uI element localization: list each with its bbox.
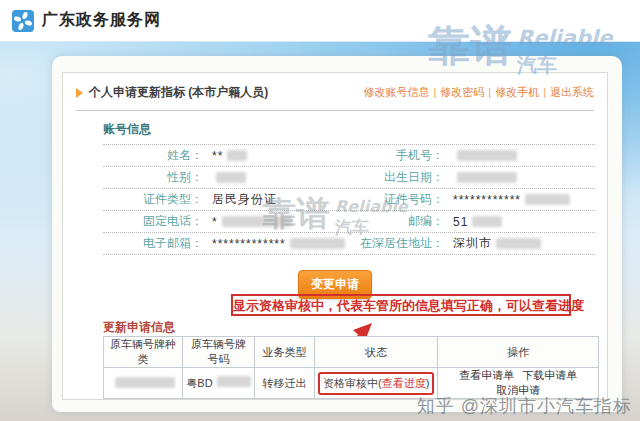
field-label-zipcode: 邮编： [349, 213, 444, 230]
redacted-blob [222, 216, 292, 227]
cell-operations: 查看申请单下载申请单取消申请 [438, 368, 599, 399]
form-row: 电子邮箱： ************* 在深居住地址： 深圳市 [103, 233, 595, 255]
annotation-text: 显示资格审核中，代表车管所的信息填写正确，可以查看进度 [233, 298, 584, 313]
field-label-address: 在深居住地址： [349, 235, 444, 252]
account-form: 姓名： ** 手机号： 性别： 出生日期： 证件类型： 居民身份证 证件号码： [103, 144, 595, 255]
plate-number-text: 粤BD [186, 377, 212, 389]
form-row: 固定电话： * 邮编： 51 [103, 211, 595, 233]
link-edit-account-info[interactable]: 修改账号信息 [363, 86, 429, 98]
redacted-blob [115, 377, 175, 388]
account-info-section: 账号信息 姓名： ** 手机号： 性别： 出生日期： 证件类型： [103, 121, 595, 255]
link-separator: | [433, 86, 436, 98]
redacted-blob [290, 238, 345, 249]
business-type-text: 转移迁出 [263, 377, 307, 389]
field-value-email: ************* [212, 237, 286, 251]
link-edit-phone[interactable]: 修改手机 [495, 86, 539, 98]
status-highlight-box: 资格审核中(查看进度) [318, 372, 434, 395]
field-value-id-type: 居民身份证 [212, 191, 277, 208]
field-value-zipcode: 51 [453, 215, 468, 229]
content-box: 个人申请更新指标 (本市户籍人员) 修改账号信息|修改密码|修改手机|退出系统 … [62, 72, 608, 400]
link-separator: | [488, 86, 491, 98]
column-header-status: 状态 [315, 337, 438, 368]
status-text: 资格审核中( [323, 377, 382, 389]
redacted-blob [525, 194, 570, 205]
column-header-plate-type: 原车辆号牌种类 [104, 337, 183, 368]
account-links: 修改账号信息|修改密码|修改手机|退出系统 [363, 85, 594, 100]
column-header-business-type: 业务类型 [255, 337, 315, 368]
cell-plate-type [104, 368, 183, 399]
field-value-landline: * [212, 215, 218, 229]
page-title: 个人申请更新指标 (本市户籍人员) [89, 84, 268, 101]
app-header: 广东政务服务网 [0, 0, 640, 42]
site-logo-icon [12, 10, 34, 32]
table-header-row: 原车辆号牌种类 原车辆号牌号码 业务类型 状态 操作 [104, 337, 599, 368]
redacted-blob [472, 216, 502, 227]
title-divider [76, 110, 594, 111]
column-header-operations: 操作 [438, 337, 599, 368]
form-row: 性别： 出生日期： [103, 167, 595, 189]
redacted-blob [217, 376, 251, 387]
redacted-blob [227, 150, 247, 161]
cell-status: 资格审核中(查看进度) [315, 368, 438, 399]
download-application-link[interactable]: 下载申请单 [522, 369, 577, 381]
annotation-box: 显示资格审核中，代表车管所的信息填写正确，可以查看进度 [231, 294, 571, 316]
link-edit-password[interactable]: 修改密码 [440, 86, 484, 98]
account-section-title: 账号信息 [103, 121, 595, 138]
field-value-id-number: ************ [453, 193, 521, 207]
field-label-name: 姓名： [103, 147, 203, 164]
update-section-title: 更新申请信息 [103, 319, 175, 336]
cell-plate-number: 粤BD [183, 368, 255, 399]
column-header-plate-number: 原车辆号牌号码 [183, 337, 255, 368]
panel-title-row: 个人申请更新指标 (本市户籍人员) 修改账号信息|修改密码|修改手机|退出系统 [63, 73, 607, 110]
site-title: 广东政务服务网 [42, 10, 161, 31]
redacted-blob [457, 150, 517, 161]
field-label-id-type: 证件类型： [103, 191, 203, 208]
redacted-blob [496, 238, 541, 249]
table-row: 粤BD 转移迁出 资格审核中(查看进度) 查看申请单下载申请单取消申请 [104, 368, 599, 399]
view-progress-link[interactable]: 查看进度 [382, 377, 426, 389]
view-application-link[interactable]: 查看申请单 [459, 369, 514, 381]
link-logout[interactable]: 退出系统 [550, 86, 594, 98]
cancel-application-link[interactable]: 取消申请 [496, 384, 540, 396]
field-label-mobile: 手机号： [349, 147, 444, 164]
field-label-id-number: 证件号码： [349, 191, 444, 208]
field-value-address: 深圳市 [453, 235, 492, 252]
applications-table: 原车辆号牌种类 原车辆号牌号码 业务类型 状态 操作 粤BD 转移迁出 资格审核… [103, 336, 599, 399]
cell-business-type: 转移迁出 [255, 368, 315, 399]
status-text-close: ) [426, 377, 430, 389]
field-label-gender: 性别： [103, 169, 203, 186]
link-separator: | [543, 86, 546, 98]
content-panel: 个人申请更新指标 (本市户籍人员) 修改账号信息|修改密码|修改手机|退出系统 … [52, 56, 622, 412]
field-label-landline: 固定电话： [103, 213, 203, 230]
field-label-email: 电子邮箱： [103, 235, 203, 252]
redacted-blob [457, 172, 517, 183]
form-row: 证件类型： 居民身份证 证件号码： ************ [103, 189, 595, 211]
orange-arrow-icon [76, 88, 83, 98]
field-value-name: ** [212, 149, 223, 163]
redacted-blob [216, 172, 246, 183]
field-label-birthdate: 出生日期： [349, 169, 444, 186]
form-row: 姓名： ** 手机号： [103, 145, 595, 167]
